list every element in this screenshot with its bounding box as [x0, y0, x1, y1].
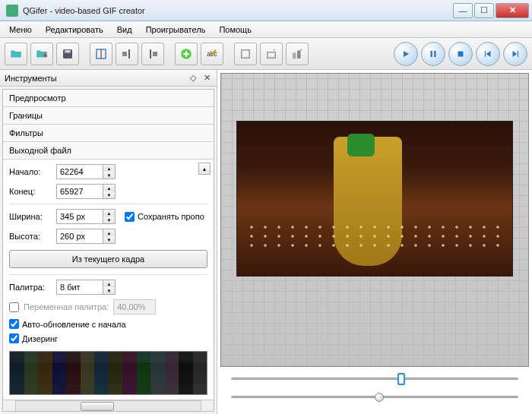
svg-rect-4	[153, 52, 157, 56]
palette-label: Палитра:	[9, 283, 52, 292]
speed-thumb[interactable]	[375, 393, 384, 402]
svg-rect-13	[458, 51, 464, 56]
menu-player[interactable]: Проигрыватель	[140, 24, 212, 36]
stop-button[interactable]	[448, 42, 473, 66]
menu-edit[interactable]: Редактировать	[40, 24, 109, 36]
section-borders[interactable]: Границы	[3, 107, 214, 125]
mark-in-icon[interactable]	[116, 43, 138, 65]
svg-rect-15	[518, 50, 518, 56]
position-thumb[interactable]	[397, 373, 405, 385]
text-icon[interactable]: abc	[201, 43, 223, 65]
sidebar-header: Инструменты ◇ ✕	[0, 70, 217, 87]
svg-rect-8	[268, 52, 276, 58]
next-frame-button[interactable]	[503, 42, 527, 66]
from-current-frame-button[interactable]: Из текущего кадра	[9, 250, 207, 268]
sidebar-hscrollbar[interactable]	[3, 400, 214, 412]
height-label: Высота:	[9, 232, 52, 241]
crop-icon[interactable]	[234, 43, 257, 65]
pause-button[interactable]	[421, 42, 445, 66]
svg-rect-12	[434, 50, 435, 56]
frame-tool-icon[interactable]	[90, 43, 112, 65]
resize-icon[interactable]	[260, 43, 283, 65]
svg-rect-7	[242, 49, 250, 58]
end-label: Конец:	[9, 187, 52, 196]
mark-out-icon[interactable]	[141, 43, 164, 65]
keep-ratio-label: Сохранять пропо	[138, 212, 204, 221]
effects-icon[interactable]	[286, 43, 309, 65]
menu-file[interactable]: Меню	[3, 24, 38, 36]
position-slider[interactable]	[231, 373, 518, 384]
svg-rect-3	[122, 52, 127, 56]
start-spinner[interactable]: ▲▼	[103, 164, 116, 179]
start-input[interactable]	[56, 164, 103, 179]
menu-help[interactable]: Помощь	[213, 24, 258, 36]
palette-input[interactable]	[56, 280, 103, 295]
width-label: Ширина:	[9, 212, 52, 221]
section-preview[interactable]: Предпросмотр	[3, 90, 214, 107]
var-palette-input	[113, 299, 156, 314]
end-input[interactable]	[56, 184, 103, 199]
height-spinner[interactable]: ▲▼	[103, 229, 116, 244]
height-input[interactable]	[56, 229, 103, 244]
palette-spinner[interactable]: ▲▼	[103, 280, 116, 295]
window-title: QGifer - video-based GIF creator	[23, 6, 453, 15]
preview-canvas	[220, 73, 529, 367]
maximize-button[interactable]: ☐	[474, 3, 494, 18]
scrollbar-thumb[interactable]	[81, 402, 114, 411]
var-palette-checkbox[interactable]	[9, 302, 19, 312]
end-spinner[interactable]: ▲▼	[103, 184, 116, 199]
width-spinner[interactable]: ▲▼	[103, 209, 116, 224]
prev-frame-button[interactable]	[476, 42, 500, 66]
close-button[interactable]: ✕	[496, 3, 529, 18]
dithering-label: Дизеринг	[22, 334, 58, 343]
output-panel: ▲ Начало: ▲▼ Конец: ▲▼ Ширина: ▲▼ Сохран…	[3, 160, 214, 400]
toolbar: abc	[0, 38, 532, 70]
svg-rect-9	[293, 52, 296, 58]
speed-slider[interactable]	[231, 391, 518, 402]
undock-icon[interactable]: ◇	[188, 73, 198, 84]
add-icon[interactable]	[175, 43, 198, 65]
preview-pane	[217, 70, 532, 414]
video-frame	[236, 121, 513, 277]
menubar: Меню Редактировать Вид Проигрыватель Пом…	[0, 21, 532, 38]
save-icon[interactable]	[56, 43, 79, 65]
close-panel-icon[interactable]: ✕	[201, 73, 212, 84]
svg-rect-1	[65, 49, 71, 52]
minimize-button[interactable]: —	[453, 3, 473, 18]
keep-ratio-checkbox[interactable]	[125, 212, 135, 222]
auto-update-checkbox[interactable]	[9, 319, 19, 329]
start-label: Начало:	[9, 167, 52, 176]
sidebar-title: Инструменты	[5, 74, 57, 83]
svg-rect-14	[485, 50, 486, 56]
scroll-up-button[interactable]: ▲	[198, 163, 211, 175]
dithering-checkbox[interactable]	[9, 333, 19, 343]
svg-rect-10	[297, 50, 301, 58]
titlebar: QGifer - video-based GIF creator — ☐ ✕	[0, 0, 532, 21]
var-palette-label: Переменная палитра:	[24, 302, 109, 311]
svg-rect-11	[431, 50, 432, 56]
auto-update-label: Авто-обновление с начала	[22, 320, 126, 329]
export-gif-icon[interactable]	[30, 43, 53, 65]
section-filters[interactable]: Фильтры	[3, 125, 214, 142]
width-input[interactable]	[56, 209, 103, 224]
sidebar: Инструменты ◇ ✕ Предпросмотр Границы Фил…	[0, 70, 217, 414]
palette-preview	[9, 351, 207, 395]
open-folder-icon[interactable]	[5, 43, 27, 65]
section-output[interactable]: Выходной файл	[3, 142, 214, 160]
menu-view[interactable]: Вид	[111, 24, 138, 36]
play-button[interactable]	[394, 42, 418, 66]
app-icon	[6, 5, 18, 17]
